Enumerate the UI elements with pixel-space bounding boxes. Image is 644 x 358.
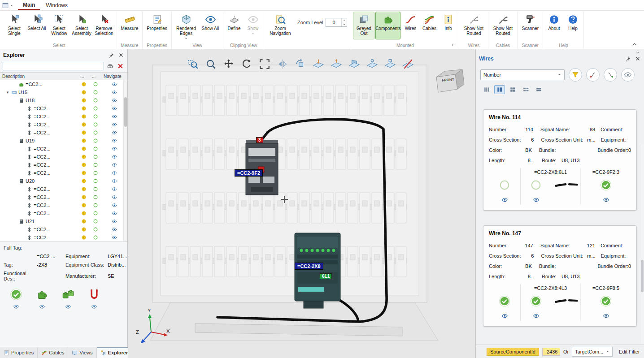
- pin-icon[interactable]: [625, 56, 631, 62]
- view-mode-list[interactable]: [507, 85, 518, 94]
- filter-button[interactable]: [569, 68, 582, 82]
- navigate-eye-icon[interactable]: [111, 203, 118, 208]
- unrouted-wires-button[interactable]: [604, 68, 617, 82]
- endpoint-eye-icon[interactable]: [500, 197, 509, 203]
- find-button[interactable]: [106, 62, 114, 70]
- tree-row[interactable]: =CC2...: [0, 104, 127, 112]
- dialog-launcher-icon[interactable]: [452, 43, 457, 48]
- tree-scrollbar[interactable]: [123, 80, 127, 242]
- clear-search-button[interactable]: [116, 62, 125, 70]
- tree-row[interactable]: =CC2...: [0, 201, 127, 209]
- filter-value-input[interactable]: 2436: [542, 348, 560, 356]
- navigate-eye-icon[interactable]: [111, 130, 118, 135]
- view-mode-grid[interactable]: [520, 85, 531, 94]
- properties-button[interactable]: Properties: [144, 12, 170, 39]
- close-icon[interactable]: [118, 52, 124, 58]
- navigate-eye-icon[interactable]: [111, 178, 118, 184]
- clipping-define-button[interactable]: Define: [225, 12, 243, 39]
- zoom-level-stepper[interactable]: 0: [326, 18, 347, 27]
- view-cube[interactable]: FRONT: [432, 68, 470, 97]
- mounted-status-check-icon[interactable]: [10, 288, 22, 301]
- endpoint-eye-icon[interactable]: [602, 313, 610, 319]
- navigate-eye-icon[interactable]: [111, 106, 118, 111]
- panel-chevron-down-icon[interactable]: [635, 50, 640, 55]
- bottom-tab[interactable]: Cables: [38, 347, 68, 358]
- navigate-eye-icon[interactable]: [111, 211, 118, 216]
- viewport-tool-icon[interactable]: [348, 58, 360, 70]
- tree-row[interactable]: =CC2...: [0, 225, 127, 233]
- remove-selection-button[interactable]: Remove Selection: [93, 12, 115, 39]
- show-all-button[interactable]: Show All: [200, 12, 221, 39]
- bottom-tab[interactable]: Views: [68, 347, 96, 358]
- components-toggle[interactable]: Components: [375, 12, 400, 39]
- bottom-tab[interactable]: Properties: [0, 347, 38, 358]
- component-label-upper[interactable]: =CC2-9F2: [235, 169, 263, 177]
- tree-row[interactable]: =CC2...: [0, 129, 127, 137]
- viewport-tool-icon[interactable]: [313, 58, 324, 70]
- navigate-eye-icon[interactable]: [111, 154, 118, 160]
- expander-icon[interactable]: ▾: [5, 90, 10, 95]
- viewport-tool-icon[interactable]: [241, 58, 252, 70]
- tab-windows[interactable]: Windows: [41, 1, 73, 9]
- endpoint-eye-icon[interactable]: [532, 313, 540, 319]
- measure-button[interactable]: Measure: [119, 12, 140, 39]
- tree-row[interactable]: =CC2...: [0, 153, 127, 161]
- navigate-eye-icon[interactable]: [111, 162, 118, 168]
- view-mode-detail[interactable]: [494, 85, 505, 94]
- viewport-tool-icon[interactable]: [331, 58, 342, 70]
- components-group-icon[interactable]: [62, 288, 74, 301]
- visibility-eye-icon[interactable]: [38, 304, 46, 310]
- view-mode-wide[interactable]: [533, 85, 544, 94]
- rendered-edges-button[interactable]: Rendered Edges: [174, 12, 199, 41]
- app-menu-icon[interactable]: [2, 2, 9, 9]
- tree-row[interactable]: =CC2...: [0, 185, 127, 193]
- tree-row[interactable]: U18: [0, 96, 127, 104]
- select-assembly-button[interactable]: Select Assembly: [71, 12, 92, 39]
- edit-filter-button[interactable]: Edit Filter: [619, 349, 640, 354]
- routed-wires-button[interactable]: [586, 68, 600, 82]
- visibility-button[interactable]: [621, 68, 635, 82]
- viewport-tool-icon[interactable]: [277, 58, 288, 70]
- viewport-tool-icon[interactable]: [366, 58, 378, 70]
- viewport-tool-icon[interactable]: [295, 58, 306, 70]
- ribbon-collapse-icon[interactable]: [631, 42, 638, 47]
- tree-row[interactable]: =CC2...: [0, 80, 127, 88]
- bottom-tab[interactable]: Explorer: [97, 347, 132, 358]
- viewport-tool-icon[interactable]: [402, 58, 414, 70]
- viewport-tool-icon[interactable]: [223, 58, 235, 70]
- select-all-button[interactable]: Select All: [26, 12, 48, 39]
- navigate-eye-icon[interactable]: [111, 146, 118, 151]
- filter-field-chip[interactable]: SourceComponentId: [487, 348, 539, 356]
- visibility-eye-icon[interactable]: [90, 304, 98, 310]
- component-puzzle-icon[interactable]: [36, 288, 48, 301]
- viewport-tool-icon[interactable]: [259, 58, 270, 70]
- 3d-scene[interactable]: [128, 49, 475, 358]
- tree-row[interactable]: =CC2...: [0, 209, 127, 217]
- viewport-tool-icon[interactable]: [187, 58, 199, 70]
- navigate-eye-icon[interactable]: [111, 98, 118, 103]
- select-single-button[interactable]: Select Single: [4, 12, 25, 39]
- connector-icon[interactable]: [88, 288, 100, 301]
- tree-row[interactable]: =CC2...: [0, 169, 127, 177]
- filter-target-dropdown[interactable]: TargetCom...: [572, 347, 613, 357]
- tree-row[interactable]: =CC2...: [0, 121, 127, 129]
- zoom-navigation-button[interactable]: Zoom Navigation: [266, 12, 295, 39]
- tab-main[interactable]: Main: [18, 0, 40, 10]
- viewport-tool-icon[interactable]: [205, 58, 217, 70]
- show-not-routed-cables-button[interactable]: Show Not Routed: [490, 12, 515, 39]
- mounted-cables-button[interactable]: Cables: [420, 12, 438, 39]
- tree-row[interactable]: U20: [0, 177, 127, 185]
- zoom-level-down-button[interactable]: [342, 22, 347, 26]
- show-not-routed-wires-button[interactable]: Show Not Routed: [461, 12, 486, 39]
- component-label-lower[interactable]: =CC2-2X8: [295, 263, 323, 270]
- endpoint-eye-icon[interactable]: [532, 197, 540, 203]
- help-button[interactable]: Help: [564, 12, 582, 39]
- navigate-eye-icon[interactable]: [111, 227, 118, 232]
- tree-row[interactable]: ▾ U15: [0, 88, 127, 96]
- navigate-eye-icon[interactable]: [111, 170, 118, 176]
- tree-row[interactable]: =CC2...: [0, 112, 127, 121]
- navigate-eye-icon[interactable]: [111, 194, 118, 200]
- clipping-show-button[interactable]: Show: [244, 12, 262, 39]
- tree-row[interactable]: =CC2...: [0, 193, 127, 201]
- navigate-eye-icon[interactable]: [111, 186, 118, 192]
